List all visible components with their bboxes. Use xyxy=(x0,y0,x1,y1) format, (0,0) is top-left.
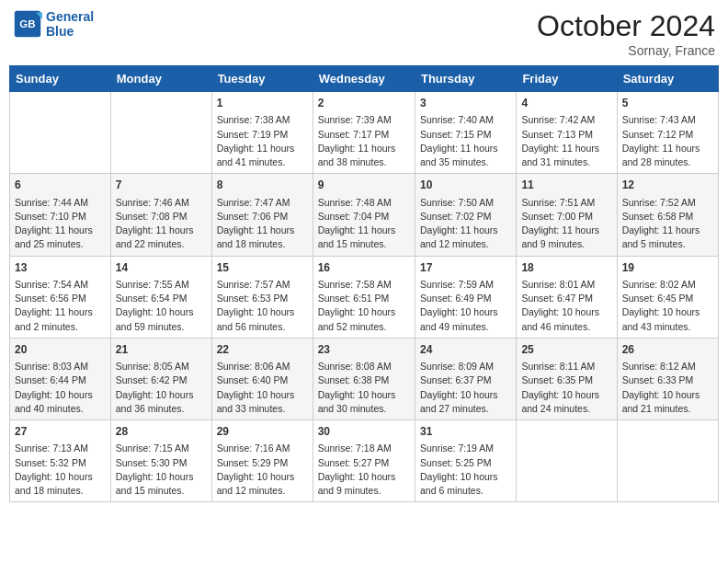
daylight-text: Daylight: 10 hours and 15 minutes. xyxy=(116,470,207,498)
calendar-cell: 30Sunrise: 7:18 AMSunset: 5:27 PMDayligh… xyxy=(313,420,415,502)
day-number: 30 xyxy=(318,424,410,440)
calendar-cell: 17Sunrise: 7:59 AMSunset: 6:49 PMDayligh… xyxy=(415,256,516,338)
sunset-text: Sunset: 6:33 PM xyxy=(622,373,713,387)
daylight-text: Daylight: 10 hours and 49 minutes. xyxy=(420,305,511,333)
calendar-cell: 24Sunrise: 8:09 AMSunset: 6:37 PMDayligh… xyxy=(415,338,516,419)
sunrise-text: Sunrise: 8:06 AM xyxy=(217,360,308,373)
day-number: 27 xyxy=(15,424,106,440)
day-number: 28 xyxy=(116,424,207,440)
daylight-text: Daylight: 10 hours and 40 minutes. xyxy=(15,388,106,416)
daylight-text: Daylight: 10 hours and 27 minutes. xyxy=(420,388,511,416)
sunset-text: Sunset: 5:25 PM xyxy=(420,456,511,470)
calendar-cell: 1Sunrise: 7:38 AMSunset: 7:19 PMDaylight… xyxy=(211,92,313,174)
calendar-cell xyxy=(110,92,211,174)
daylight-text: Daylight: 10 hours and 18 minutes. xyxy=(15,470,106,498)
sunrise-text: Sunrise: 7:59 AM xyxy=(420,278,511,292)
daylight-text: Daylight: 10 hours and 6 minutes. xyxy=(420,470,511,498)
week-row-2: 6Sunrise: 7:44 AMSunset: 7:10 PMDaylight… xyxy=(10,174,719,256)
sunrise-text: Sunrise: 8:08 AM xyxy=(318,360,410,373)
calendar-cell: 23Sunrise: 8:08 AMSunset: 6:38 PMDayligh… xyxy=(313,338,415,419)
daylight-text: Daylight: 10 hours and 33 minutes. xyxy=(217,388,308,416)
sunrise-text: Sunrise: 7:54 AM xyxy=(15,278,106,292)
day-number: 1 xyxy=(217,96,308,111)
sunset-text: Sunset: 7:19 PM xyxy=(217,128,308,142)
logo: GB General Blue xyxy=(13,9,94,39)
title-section: October 2024 Sornay, France xyxy=(537,9,715,58)
calendar-table: SundayMondayTuesdayWednesdayThursdayFrid… xyxy=(9,65,719,502)
sunset-text: Sunset: 5:32 PM xyxy=(15,456,106,470)
day-number: 24 xyxy=(420,342,511,358)
calendar-cell: 25Sunrise: 8:11 AMSunset: 6:35 PMDayligh… xyxy=(517,338,617,419)
sunset-text: Sunset: 6:44 PM xyxy=(15,373,106,387)
day-number: 31 xyxy=(420,424,511,440)
day-number: 17 xyxy=(420,260,511,276)
day-number: 5 xyxy=(622,96,713,111)
column-header-thursday: Thursday xyxy=(415,66,516,92)
sunset-text: Sunset: 6:35 PM xyxy=(521,373,611,387)
week-row-1: 1Sunrise: 7:38 AMSunset: 7:19 PMDaylight… xyxy=(10,92,719,174)
daylight-text: Daylight: 11 hours and 31 minutes. xyxy=(521,142,611,169)
daylight-text: Daylight: 11 hours and 28 minutes. xyxy=(622,142,713,169)
sunrise-text: Sunrise: 7:55 AM xyxy=(116,278,207,292)
sunset-text: Sunset: 7:13 PM xyxy=(521,128,611,142)
day-number: 23 xyxy=(318,342,410,358)
calendar-cell: 10Sunrise: 7:50 AMSunset: 7:02 PMDayligh… xyxy=(415,174,516,256)
sunrise-text: Sunrise: 8:01 AM xyxy=(521,278,611,292)
day-number: 10 xyxy=(420,178,511,193)
day-number: 9 xyxy=(318,178,410,193)
calendar-cell: 15Sunrise: 7:57 AMSunset: 6:53 PMDayligh… xyxy=(211,256,313,338)
location: Sornay, France xyxy=(537,43,715,58)
column-header-saturday: Saturday xyxy=(617,66,718,92)
calendar-cell: 4Sunrise: 7:42 AMSunset: 7:13 PMDaylight… xyxy=(517,92,617,174)
calendar-cell: 28Sunrise: 7:15 AMSunset: 5:30 PMDayligh… xyxy=(110,420,211,502)
logo-icon: GB xyxy=(13,9,42,39)
daylight-text: Daylight: 10 hours and 30 minutes. xyxy=(318,388,410,416)
sunrise-text: Sunrise: 7:57 AM xyxy=(217,278,308,292)
column-header-friday: Friday xyxy=(517,66,617,92)
daylight-text: Daylight: 11 hours and 5 minutes. xyxy=(622,224,713,251)
calendar-cell: 2Sunrise: 7:39 AMSunset: 7:17 PMDaylight… xyxy=(313,92,415,174)
daylight-text: Daylight: 10 hours and 46 minutes. xyxy=(521,305,611,333)
sunset-text: Sunset: 7:04 PM xyxy=(318,210,410,224)
daylight-text: Daylight: 10 hours and 24 minutes. xyxy=(521,388,611,416)
column-header-wednesday: Wednesday xyxy=(313,66,415,92)
sunrise-text: Sunrise: 7:15 AM xyxy=(116,442,207,455)
daylight-text: Daylight: 11 hours and 22 minutes. xyxy=(116,224,207,251)
calendar-cell: 29Sunrise: 7:16 AMSunset: 5:29 PMDayligh… xyxy=(211,420,313,502)
calendar-cell: 19Sunrise: 8:02 AMSunset: 6:45 PMDayligh… xyxy=(617,256,718,338)
sunrise-text: Sunrise: 7:58 AM xyxy=(318,278,410,292)
column-header-tuesday: Tuesday xyxy=(211,66,313,92)
calendar-cell: 6Sunrise: 7:44 AMSunset: 7:10 PMDaylight… xyxy=(10,174,111,256)
sunrise-text: Sunrise: 7:48 AM xyxy=(318,196,410,210)
calendar-header-row: SundayMondayTuesdayWednesdayThursdayFrid… xyxy=(10,66,719,92)
daylight-text: Daylight: 10 hours and 43 minutes. xyxy=(622,305,713,333)
sunrise-text: Sunrise: 7:13 AM xyxy=(15,442,106,455)
calendar-cell xyxy=(10,92,111,174)
day-number: 8 xyxy=(217,178,308,193)
sunset-text: Sunset: 7:02 PM xyxy=(420,210,511,224)
sunset-text: Sunset: 5:30 PM xyxy=(116,456,207,470)
daylight-text: Daylight: 11 hours and 38 minutes. xyxy=(318,142,410,169)
sunrise-text: Sunrise: 7:50 AM xyxy=(420,196,511,210)
day-number: 21 xyxy=(116,342,207,358)
sunrise-text: Sunrise: 7:52 AM xyxy=(622,196,713,210)
daylight-text: Daylight: 10 hours and 12 minutes. xyxy=(217,470,308,498)
daylight-text: Daylight: 10 hours and 9 minutes. xyxy=(318,470,410,498)
sunrise-text: Sunrise: 8:09 AM xyxy=(420,360,511,373)
column-header-sunday: Sunday xyxy=(10,66,111,92)
calendar-cell: 22Sunrise: 8:06 AMSunset: 6:40 PMDayligh… xyxy=(211,338,313,419)
sunrise-text: Sunrise: 7:43 AM xyxy=(622,113,713,127)
sunrise-text: Sunrise: 7:16 AM xyxy=(217,442,308,455)
calendar-cell: 16Sunrise: 7:58 AMSunset: 6:51 PMDayligh… xyxy=(313,256,415,338)
daylight-text: Daylight: 11 hours and 41 minutes. xyxy=(217,142,308,169)
calendar-cell: 3Sunrise: 7:40 AMSunset: 7:15 PMDaylight… xyxy=(415,92,516,174)
daylight-text: Daylight: 11 hours and 12 minutes. xyxy=(420,224,511,251)
week-row-3: 13Sunrise: 7:54 AMSunset: 6:56 PMDayligh… xyxy=(10,256,719,338)
sunset-text: Sunset: 6:53 PM xyxy=(217,292,308,305)
sunrise-text: Sunrise: 8:12 AM xyxy=(622,360,713,373)
sunrise-text: Sunrise: 7:38 AM xyxy=(217,113,308,127)
calendar-cell: 12Sunrise: 7:52 AMSunset: 6:58 PMDayligh… xyxy=(617,174,718,256)
daylight-text: Daylight: 10 hours and 36 minutes. xyxy=(116,388,207,416)
sunrise-text: Sunrise: 7:39 AM xyxy=(318,113,410,127)
daylight-text: Daylight: 10 hours and 56 minutes. xyxy=(217,305,308,333)
